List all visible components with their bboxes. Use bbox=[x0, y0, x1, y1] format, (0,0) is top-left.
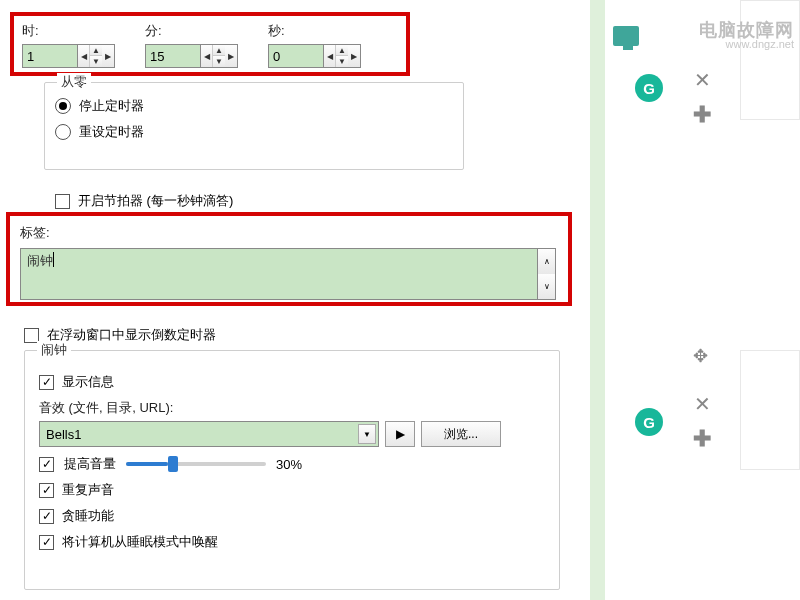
metronome-checkbox[interactable] bbox=[55, 194, 70, 209]
hour-up-button[interactable]: ▲ bbox=[90, 45, 102, 56]
minute-down-button[interactable]: ▼ bbox=[213, 56, 225, 67]
hour-input[interactable] bbox=[22, 44, 78, 68]
metronome-label: 开启节拍器 (每一秒钟滴答) bbox=[78, 192, 233, 210]
minute-input[interactable] bbox=[145, 44, 201, 68]
divider-strip bbox=[590, 0, 605, 600]
minute-left-button[interactable]: ◀ bbox=[201, 45, 213, 67]
tag-textarea[interactable]: 闹钟 bbox=[20, 248, 538, 300]
fromzero-group-label: 从零 bbox=[57, 73, 91, 91]
volume-slider[interactable] bbox=[126, 462, 266, 466]
label-section-highlight: 标签: 闹钟 ∧ ∨ bbox=[6, 212, 572, 306]
plus-icon[interactable]: ✚ bbox=[693, 102, 711, 128]
stop-timer-radio[interactable] bbox=[55, 98, 71, 114]
close-icon-2[interactable]: ✕ bbox=[694, 392, 711, 416]
plus-icon-2[interactable]: ✚ bbox=[693, 426, 711, 452]
volume-percent: 30% bbox=[276, 457, 302, 472]
grammarly-badge-icon-2[interactable]: G bbox=[635, 408, 663, 436]
raise-volume-label: 提高音量 bbox=[64, 455, 116, 473]
stop-timer-label: 停止定时器 bbox=[79, 97, 144, 115]
scroll-down-icon[interactable]: ∨ bbox=[538, 274, 555, 299]
reset-timer-label: 重设定时器 bbox=[79, 123, 144, 141]
slider-thumb[interactable] bbox=[168, 456, 178, 472]
tag-label: 标签: bbox=[20, 224, 558, 242]
hour-label: 时: bbox=[22, 22, 115, 40]
tag-scrollbar[interactable]: ∧ ∨ bbox=[538, 248, 556, 300]
grammarly-badge-icon[interactable]: G bbox=[635, 74, 663, 102]
minute-up-button[interactable]: ▲ bbox=[213, 45, 225, 56]
sound-select[interactable]: Bells1 ▼ bbox=[39, 421, 379, 447]
second-down-button[interactable]: ▼ bbox=[336, 56, 348, 67]
reset-timer-radio[interactable] bbox=[55, 124, 71, 140]
alarm-group: 闹钟 ✓ 显示信息 音效 (文件, 目录, URL): Bells1 ▼ ▶ 浏… bbox=[24, 350, 560, 590]
minute-right-button[interactable]: ▶ bbox=[225, 45, 237, 67]
second-up-button[interactable]: ▲ bbox=[336, 45, 348, 56]
side-card-2 bbox=[740, 350, 800, 470]
sound-label: 音效 (文件, 目录, URL): bbox=[39, 399, 545, 417]
wake-label: 将计算机从睡眠模式中唤醒 bbox=[62, 533, 218, 551]
minute-label: 分: bbox=[145, 22, 238, 40]
monitor-icon bbox=[613, 26, 639, 46]
snooze-checkbox[interactable]: ✓ bbox=[39, 509, 54, 524]
time-section-highlight: 时: ◀ ▲ ▼ ▶ 分: bbox=[10, 12, 410, 76]
wake-checkbox[interactable]: ✓ bbox=[39, 535, 54, 550]
show-info-checkbox[interactable]: ✓ bbox=[39, 375, 54, 390]
second-input[interactable] bbox=[268, 44, 324, 68]
tag-value: 闹钟 bbox=[27, 253, 54, 268]
repeat-sound-checkbox[interactable]: ✓ bbox=[39, 483, 54, 498]
browse-button[interactable]: 浏览... bbox=[421, 421, 501, 447]
play-sound-button[interactable]: ▶ bbox=[385, 421, 415, 447]
snooze-label: 贪睡功能 bbox=[62, 507, 114, 525]
hour-right-button[interactable]: ▶ bbox=[102, 45, 114, 67]
chevron-down-icon: ▼ bbox=[358, 424, 376, 444]
sound-value: Bells1 bbox=[46, 427, 81, 442]
second-label: 秒: bbox=[268, 22, 361, 40]
fromzero-group: 从零 停止定时器 重设定时器 bbox=[44, 82, 464, 170]
floating-window-label: 在浮动窗口中显示倒数定时器 bbox=[47, 326, 216, 344]
alarm-group-label: 闹钟 bbox=[37, 341, 71, 359]
move-icon[interactable]: ✥ bbox=[693, 345, 708, 367]
close-icon[interactable]: ✕ bbox=[694, 68, 711, 92]
right-panel: 电脑故障网 www.dngz.net G ✕ ✚ ✥ G ✕ ✚ bbox=[605, 0, 800, 600]
scroll-up-icon[interactable]: ∧ bbox=[538, 249, 555, 274]
hour-down-button[interactable]: ▼ bbox=[90, 56, 102, 67]
settings-panel: 时: ◀ ▲ ▼ ▶ 分: bbox=[0, 0, 590, 600]
repeat-sound-label: 重复声音 bbox=[62, 481, 114, 499]
raise-volume-checkbox[interactable]: ✓ bbox=[39, 457, 54, 472]
show-info-label: 显示信息 bbox=[62, 373, 114, 391]
second-left-button[interactable]: ◀ bbox=[324, 45, 336, 67]
hour-left-button[interactable]: ◀ bbox=[78, 45, 90, 67]
watermark-url: www.dngz.net bbox=[726, 38, 794, 50]
second-right-button[interactable]: ▶ bbox=[348, 45, 360, 67]
